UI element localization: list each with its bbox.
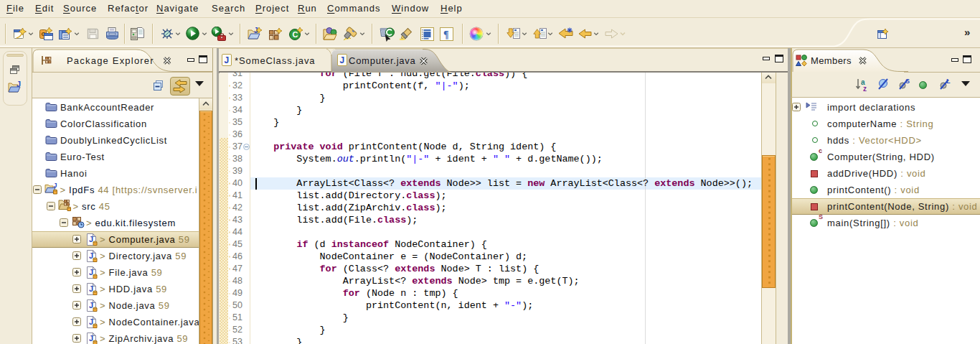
svg-text:J: J [54, 182, 57, 189]
svg-text:J: J [89, 301, 93, 310]
svg-text:J: J [17, 80, 21, 88]
svg-text:J: J [89, 235, 93, 243]
svg-text:J: J [89, 334, 93, 343]
svg-text:J: J [225, 55, 230, 65]
svg-text:J: J [89, 251, 93, 260]
svg-text:J: J [89, 284, 93, 293]
svg-text:J: J [340, 55, 345, 65]
svg-text:J: J [89, 268, 93, 276]
svg-text:z: z [863, 85, 867, 93]
svg-text:J: J [89, 317, 93, 326]
